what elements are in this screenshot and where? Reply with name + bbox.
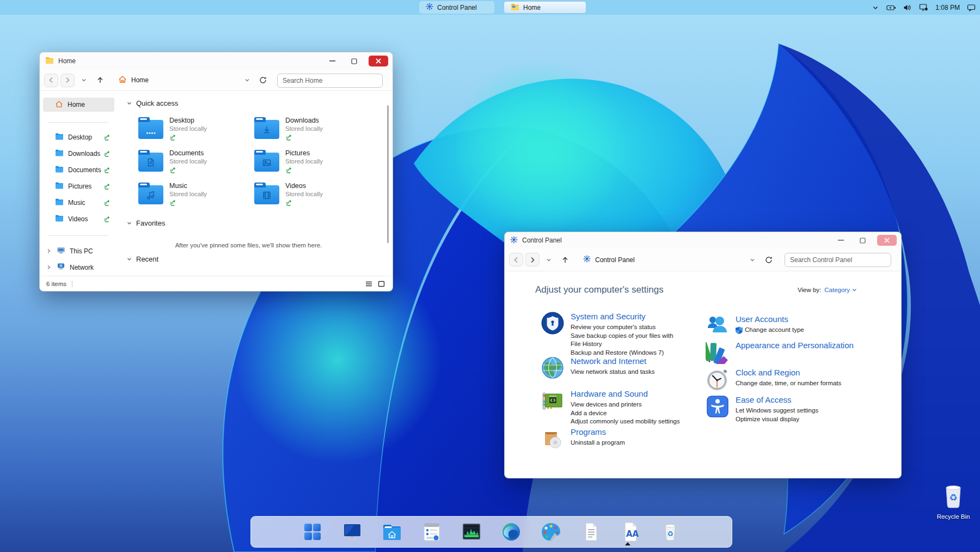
address-chevron-icon[interactable] [240, 74, 254, 87]
share-icon[interactable] [285, 135, 293, 143]
tray-expand-chevron-icon[interactable] [872, 4, 879, 11]
sidebar-item-documents[interactable]: Documents [43, 163, 114, 177]
section-favorites[interactable]: Favorites [127, 219, 165, 227]
category-link[interactable]: Review your computer's status [571, 323, 684, 332]
sidebar-item-videos[interactable]: Videos [43, 212, 114, 226]
system-security-icon[interactable] [541, 311, 565, 335]
category-title[interactable]: User Accounts [736, 314, 849, 324]
share-icon[interactable] [285, 168, 293, 175]
sidebar-item-music[interactable]: Music [43, 196, 114, 210]
section-recent[interactable]: Recent [127, 255, 158, 263]
clock[interactable]: 1:08 PM [935, 4, 960, 11]
category-link[interactable]: Let Windows suggest settings [736, 407, 849, 415]
refresh-button[interactable] [762, 253, 776, 266]
hardware-sound-icon[interactable] [541, 389, 565, 413]
software-settings-icon[interactable] [420, 520, 444, 544]
sidebar-item-desktop[interactable]: Desktop [43, 130, 114, 144]
history-chevron-icon[interactable] [542, 253, 556, 266]
category-title[interactable]: Programs [571, 427, 684, 437]
explorer-titlebar[interactable]: Home [40, 52, 393, 70]
wordpad-icon[interactable]: AA [618, 520, 642, 544]
refresh-button[interactable] [256, 74, 270, 87]
quick-item-videos[interactable]: Videos Stored locally [254, 182, 366, 208]
breadcrumb[interactable]: Home [118, 75, 149, 85]
share-icon[interactable] [169, 135, 177, 143]
category-link[interactable]: Add a device [571, 409, 684, 418]
share-icon[interactable] [103, 183, 111, 192]
breadcrumb[interactable]: Control Panel [583, 255, 635, 264]
edge-browser-icon[interactable] [499, 520, 523, 544]
minimize-button[interactable] [325, 56, 339, 66]
appearance-personalization-icon[interactable] [706, 340, 730, 364]
ease-of-access-icon[interactable] [706, 395, 730, 418]
section-quick-access[interactable]: Quick access [127, 99, 178, 107]
thumbnail-view-icon[interactable] [378, 281, 385, 287]
close-button[interactable] [877, 235, 897, 246]
share-icon[interactable] [103, 134, 111, 143]
system-monitor-icon[interactable] [460, 520, 483, 544]
category-link[interactable]: Uninstall a program [571, 439, 684, 447]
chevron-right-icon[interactable] [46, 264, 51, 271]
control-panel-titlebar[interactable]: Control Panel [505, 232, 901, 248]
category-title[interactable]: Hardware and Sound [571, 389, 684, 399]
file-explorer-icon[interactable] [380, 520, 404, 544]
quick-item-documents[interactable]: Documents Stored locally [138, 149, 250, 175]
sidebar-item-downloads[interactable]: Downloads [43, 147, 114, 161]
forward-button[interactable] [525, 253, 540, 266]
document-icon[interactable] [579, 520, 603, 544]
category-title[interactable]: Appearance and Personalization [736, 340, 861, 350]
share-icon[interactable] [169, 201, 177, 208]
share-icon[interactable] [103, 150, 111, 159]
quick-item-pictures[interactable]: Pictures Stored locally [254, 149, 366, 175]
share-icon[interactable] [103, 199, 111, 208]
category-link[interactable]: Change date, time, or number formats [736, 379, 855, 388]
category-title[interactable]: Network and Internet [571, 356, 684, 366]
up-button[interactable] [93, 74, 107, 87]
forward-button[interactable] [60, 74, 75, 87]
minimize-button[interactable] [834, 235, 848, 246]
show-desktop-icon[interactable] [340, 520, 364, 544]
category-title[interactable]: Ease of Access [736, 395, 849, 405]
category-link[interactable]: Optimize visual display [736, 415, 849, 424]
volume-icon[interactable] [903, 4, 912, 11]
address-chevron-icon[interactable] [745, 253, 759, 266]
maximize-button[interactable] [855, 235, 869, 246]
recycle-bin-desktop-icon[interactable]: ♻ Recycle Bin [934, 483, 972, 520]
trash-icon[interactable]: ♻ [658, 520, 682, 544]
details-view-icon[interactable] [365, 281, 372, 287]
category-title[interactable]: Clock and Region [736, 367, 849, 378]
sidebar-item-this-pc[interactable]: This PC [43, 244, 114, 258]
network-internet-icon[interactable] [541, 356, 565, 380]
start-button[interactable] [301, 520, 324, 544]
tab-home[interactable]: Home [504, 1, 586, 14]
up-button[interactable] [558, 253, 572, 266]
category-link[interactable]: Change account type [736, 326, 849, 335]
share-icon[interactable] [103, 166, 111, 175]
user-accounts-icon[interactable] [706, 314, 730, 338]
category-title[interactable]: System and Security [571, 311, 684, 322]
sidebar-item-network[interactable]: Network [43, 260, 114, 275]
back-button[interactable] [509, 253, 523, 266]
share-icon[interactable] [169, 168, 177, 175]
category-link[interactable]: Adjust commonly used mobility settings [571, 417, 684, 426]
quick-item-desktop[interactable]: Desktop Stored locally [138, 117, 250, 143]
scrollbar[interactable] [387, 105, 389, 243]
share-icon[interactable] [285, 201, 293, 208]
clock-region-icon[interactable] [706, 367, 730, 391]
chevron-right-icon[interactable] [46, 247, 51, 255]
programs-icon[interactable] [541, 427, 565, 451]
back-button[interactable] [44, 74, 58, 87]
quick-item-music[interactable]: Music Stored locally [138, 182, 250, 208]
view-by-dropdown[interactable]: Category [824, 287, 857, 293]
tab-control-panel[interactable]: Control Panel [419, 1, 494, 14]
search-input[interactable] [785, 253, 891, 267]
category-link[interactable]: Save backup copies of your files with Fi… [571, 332, 675, 349]
share-icon[interactable] [103, 215, 111, 225]
category-link[interactable]: View devices and printers [571, 401, 684, 409]
quick-item-downloads[interactable]: Downloads Stored locally [254, 117, 366, 143]
history-chevron-icon[interactable] [77, 74, 91, 87]
sidebar-item-pictures[interactable]: Pictures [43, 179, 114, 193]
battery-icon[interactable] [886, 4, 896, 11]
network-display-icon[interactable] [919, 3, 928, 11]
paint-icon[interactable] [539, 520, 563, 544]
